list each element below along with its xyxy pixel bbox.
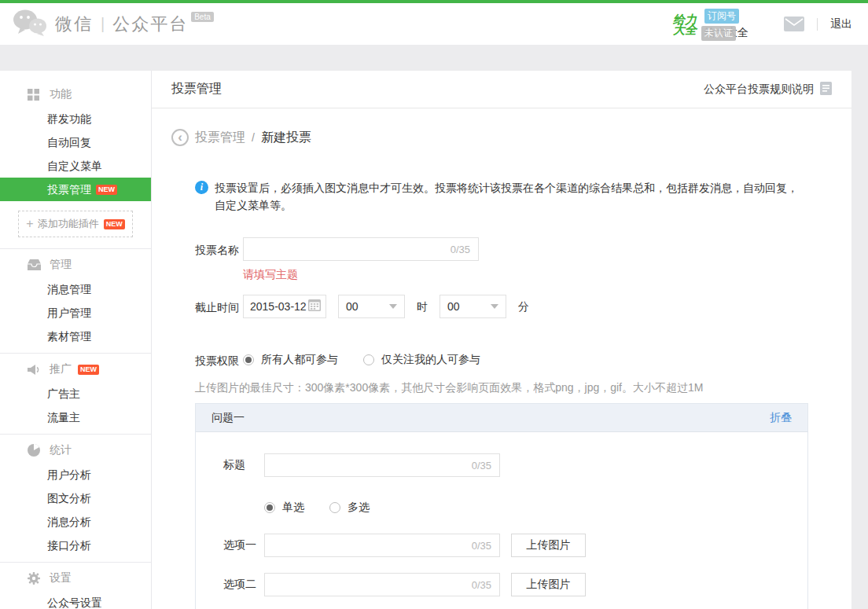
option-1-upload-button[interactable]: 上传图片 xyxy=(511,534,586,557)
question-title-input-box: 0/35 xyxy=(264,453,500,477)
single-choice-radio[interactable] xyxy=(264,502,275,513)
multi-choice-label[interactable]: 多选 xyxy=(348,501,370,515)
sidebar-section-header-promotion: 推广 NEW xyxy=(0,357,151,382)
sidebar-section-header-management: 管理 xyxy=(0,252,151,277)
question-title: 问题一 xyxy=(211,411,245,425)
deadline-row: 截止时间 2015-03-12 xyxy=(195,295,808,318)
vote-rules-link[interactable]: 公众平台投票规则说明 xyxy=(704,82,832,97)
minute-unit: 分 xyxy=(518,295,529,318)
sidebar-item-auto-reply[interactable]: 自动回复 xyxy=(0,130,151,154)
breadcrumb-parent[interactable]: 投票管理 xyxy=(195,130,245,146)
option-1-input-box: 0/35 xyxy=(264,534,500,557)
account-meta: 订阅号 给力大全 未认证 xyxy=(704,8,748,40)
hour-value: 00 xyxy=(346,300,359,313)
breadcrumb: ‹ 投票管理 / 新建投票 xyxy=(152,108,851,146)
sidebar-section-management: 管理 消息管理 用户管理 素材管理 xyxy=(0,249,151,354)
permission-everyone-label[interactable]: 所有人都可参与 xyxy=(261,353,338,367)
wechat-logo-icon xyxy=(13,9,47,40)
add-plugin-button[interactable]: + 添加功能插件 NEW xyxy=(18,211,133,237)
sidebar-section-statistics: 统计 用户分析 图文分析 消息分析 接口分析 xyxy=(0,435,151,563)
question-title-input[interactable] xyxy=(265,454,456,476)
page-title: 投票管理 xyxy=(171,81,222,97)
sidebar-section-header-features: 功能 xyxy=(0,82,151,107)
option-1-input[interactable] xyxy=(265,534,456,556)
option-2-input-box: 0/35 xyxy=(264,573,500,596)
question-panel-header: 问题一 折叠 xyxy=(196,404,807,432)
sidebar-item-message-management[interactable]: 消息管理 xyxy=(0,277,151,301)
deadline-label: 截止时间 xyxy=(195,295,239,318)
vote-name-counter: 0/35 xyxy=(451,244,470,255)
vote-name-label: 投票名称 xyxy=(195,237,239,282)
sidebar-item-advertiser[interactable]: 广告主 xyxy=(0,382,151,405)
notice-text: 投票设置后，必须插入图文消息中才可生效。投票将统计该投票在各个渠道的综合结果总和… xyxy=(215,179,808,214)
sidebar-item-vote-management[interactable]: 投票管理 NEW xyxy=(0,178,151,201)
vote-name-error: 请填写主题 xyxy=(243,268,479,282)
brand-block: 微信 | 公众平台 Beta xyxy=(13,9,214,40)
sidebar-item-api-analysis[interactable]: 接口分析 xyxy=(0,534,151,557)
breadcrumb-separator: / xyxy=(252,131,255,144)
brand-product: 公众平台 xyxy=(112,13,188,36)
sidebar-item-material-management[interactable]: 素材管理 xyxy=(0,325,151,348)
permission-followers-label[interactable]: 仅关注我的人可参与 xyxy=(381,353,480,367)
sidebar-section-header-settings: 设置 xyxy=(0,566,151,591)
sidebar-item-mass-message[interactable]: 群发功能 xyxy=(0,107,151,130)
inbox-icon xyxy=(28,259,42,270)
question-panel: 问题一 折叠 标题 0/35 单选 xyxy=(195,403,808,609)
sidebar-item-article-analysis[interactable]: 图文分析 xyxy=(0,486,151,510)
question-type-row: 单选 多选 xyxy=(264,497,807,515)
megaphone-icon xyxy=(28,364,42,376)
mail-icon[interactable] xyxy=(784,17,804,31)
new-badge: NEW xyxy=(78,365,99,375)
vote-name-input-box: 0/35 xyxy=(243,237,479,261)
permission-row: 投票权限 所有人都可参与 仅关注我的人可参与 xyxy=(195,348,808,369)
sidebar-item-user-management[interactable]: 用户管理 xyxy=(0,301,151,325)
sidebar-section-settings: 设置 公众号设置 xyxy=(0,563,151,609)
hour-select[interactable]: 00 xyxy=(338,295,405,318)
permission-followers-radio[interactable] xyxy=(363,354,374,365)
sidebar: 功能 群发功能 自动回复 自定义菜单 投票管理 NEW + 添加功能插件 NEW… xyxy=(0,71,152,609)
vote-form: i 投票设置后，必须插入图文消息中才可生效。投票将统计该投票在各个渠道的综合结果… xyxy=(152,179,851,609)
minute-value: 00 xyxy=(447,300,460,313)
new-badge: NEW xyxy=(96,185,117,195)
option-row-1: 选项一 0/35 上传图片 xyxy=(223,534,807,557)
multi-choice-radio[interactable] xyxy=(329,502,340,513)
info-icon: i xyxy=(195,181,208,194)
minute-select[interactable]: 00 xyxy=(440,295,506,318)
question-title-label: 标题 xyxy=(223,458,264,472)
back-button[interactable]: ‹ xyxy=(171,129,189,146)
new-badge: NEW xyxy=(104,219,125,229)
page-title-bar: 投票管理 公众平台投票规则说明 xyxy=(152,71,851,108)
upload-hint: 上传图片的最佳尺寸：300像素*300像素，其他尺寸会影响页面效果，格式png，… xyxy=(195,381,808,395)
brand-divider: | xyxy=(101,15,105,33)
date-picker[interactable]: 2015-03-12 xyxy=(243,295,326,318)
collapse-link[interactable]: 折叠 xyxy=(770,411,792,425)
sidebar-item-custom-menu[interactable]: 自定义菜单 xyxy=(0,154,151,178)
option-2-input[interactable] xyxy=(265,574,456,596)
sidebar-section-features: 功能 群发功能 自动回复 自定义菜单 投票管理 NEW + 添加功能插件 NEW xyxy=(0,71,151,249)
chevron-down-icon xyxy=(491,304,498,309)
plus-icon: + xyxy=(26,217,33,231)
sidebar-item-user-analysis[interactable]: 用户分析 xyxy=(0,463,151,486)
sidebar-item-traffic-owner[interactable]: 流量主 xyxy=(0,405,151,429)
permission-everyone-radio[interactable] xyxy=(243,354,254,365)
date-value: 2015-03-12 xyxy=(250,300,307,313)
single-choice-label[interactable]: 单选 xyxy=(282,501,304,515)
question-panel-body: 标题 0/35 单选 多选 选项一 xyxy=(196,453,807,609)
permission-label: 投票权限 xyxy=(195,348,239,369)
sidebar-section-header-statistics: 统计 xyxy=(0,438,151,463)
gear-icon xyxy=(28,572,42,585)
app-header: 微信 | 公众平台 Beta 给力 大全 订阅号 给力大全 未认证 退出 xyxy=(0,3,868,45)
option-2-upload-button[interactable]: 上传图片 xyxy=(511,573,586,596)
sidebar-item-message-analysis[interactable]: 消息分析 xyxy=(0,510,151,534)
notice-banner: i 投票设置后，必须插入图文消息中才可生效。投票将统计该投票在各个渠道的综合结果… xyxy=(195,179,808,214)
logout-link[interactable]: 退出 xyxy=(830,17,852,31)
breadcrumb-current: 新建投票 xyxy=(261,130,311,146)
grid-icon xyxy=(28,89,42,101)
option-row-2: 选项二 0/35 上传图片 xyxy=(223,573,807,596)
sidebar-item-account-settings[interactable]: 公众号设置 xyxy=(0,591,151,609)
beta-badge: Beta xyxy=(191,12,214,22)
vote-name-input[interactable] xyxy=(244,238,435,260)
main-content: 投票管理 公众平台投票规则说明 ‹ 投票管理 / 新建投票 xyxy=(152,71,851,609)
option-1-label: 选项一 xyxy=(223,538,264,552)
document-icon xyxy=(814,82,832,97)
